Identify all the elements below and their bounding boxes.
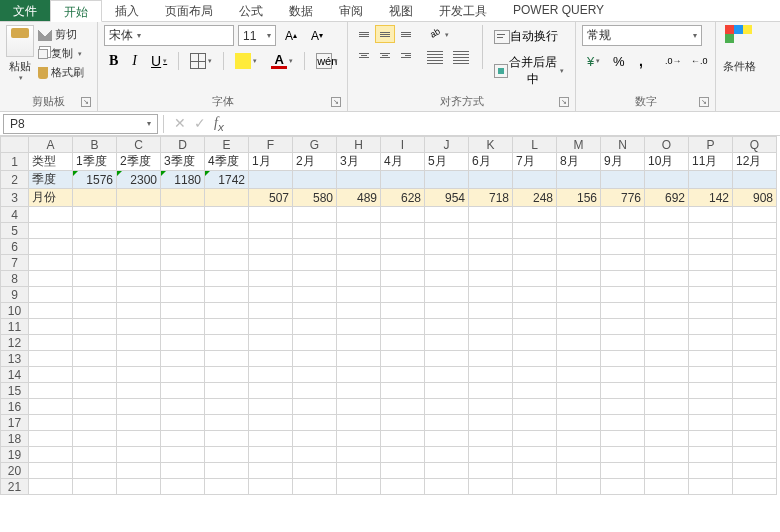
cell[interactable] (293, 239, 337, 255)
cell[interactable] (513, 399, 557, 415)
cell[interactable] (601, 319, 645, 335)
cell[interactable] (29, 223, 73, 239)
cell[interactable] (73, 415, 117, 431)
cell[interactable] (337, 287, 381, 303)
cell[interactable] (117, 447, 161, 463)
row-header[interactable]: 13 (1, 351, 29, 367)
cell[interactable] (601, 223, 645, 239)
cell[interactable] (73, 463, 117, 479)
cell[interactable] (205, 431, 249, 447)
cell[interactable] (733, 463, 777, 479)
row-header[interactable]: 16 (1, 399, 29, 415)
cell[interactable] (425, 319, 469, 335)
tab-formula[interactable]: 公式 (226, 0, 276, 21)
row-header[interactable]: 4 (1, 207, 29, 223)
cell[interactable] (601, 447, 645, 463)
cell[interactable] (161, 189, 205, 207)
cell[interactable] (73, 399, 117, 415)
cell[interactable] (469, 287, 513, 303)
cell[interactable] (425, 335, 469, 351)
cell[interactable] (29, 463, 73, 479)
align-middle-button[interactable] (375, 25, 395, 43)
cell[interactable]: 776 (601, 189, 645, 207)
cell[interactable] (293, 447, 337, 463)
cell[interactable]: 507 (249, 189, 293, 207)
cell[interactable] (293, 351, 337, 367)
cell[interactable] (205, 271, 249, 287)
cell[interactable] (689, 171, 733, 189)
column-header[interactable]: G (293, 137, 337, 153)
dialog-launcher-icon[interactable]: ↘ (81, 97, 91, 107)
cell[interactable] (381, 447, 425, 463)
cell[interactable] (117, 335, 161, 351)
cell[interactable] (425, 351, 469, 367)
cell[interactable] (601, 255, 645, 271)
cell[interactable] (117, 431, 161, 447)
cell[interactable] (205, 335, 249, 351)
cell[interactable] (249, 271, 293, 287)
cell[interactable] (425, 383, 469, 399)
cell[interactable] (557, 171, 601, 189)
cell[interactable] (645, 239, 689, 255)
cell[interactable] (381, 415, 425, 431)
cell[interactable] (733, 303, 777, 319)
cell[interactable] (293, 431, 337, 447)
cell[interactable] (29, 239, 73, 255)
cell[interactable] (293, 367, 337, 383)
column-header[interactable]: J (425, 137, 469, 153)
row-header[interactable]: 6 (1, 239, 29, 255)
enter-icon[interactable]: ✓ (194, 115, 206, 131)
cell[interactable] (645, 383, 689, 399)
cell[interactable] (601, 367, 645, 383)
cell[interactable] (249, 239, 293, 255)
cell[interactable] (469, 303, 513, 319)
row-header[interactable]: 21 (1, 479, 29, 495)
cell[interactable] (601, 335, 645, 351)
cell[interactable]: 2季度 (117, 153, 161, 171)
cell[interactable] (733, 447, 777, 463)
cell[interactable] (117, 207, 161, 223)
cell[interactable]: 1月 (249, 153, 293, 171)
column-header[interactable]: P (689, 137, 733, 153)
cell[interactable] (117, 463, 161, 479)
cell[interactable] (249, 223, 293, 239)
cell[interactable] (469, 335, 513, 351)
cell[interactable] (645, 271, 689, 287)
cell[interactable] (381, 255, 425, 271)
cell[interactable] (689, 463, 733, 479)
phonetic-button[interactable]: wén▾ (311, 50, 343, 72)
cell[interactable] (733, 319, 777, 335)
cell[interactable] (29, 271, 73, 287)
cell[interactable] (161, 463, 205, 479)
cell[interactable] (73, 335, 117, 351)
align-bottom-button[interactable] (396, 25, 416, 43)
cell[interactable] (73, 319, 117, 335)
cell[interactable] (469, 399, 513, 415)
cell[interactable] (161, 319, 205, 335)
cell[interactable] (293, 271, 337, 287)
cell[interactable] (557, 239, 601, 255)
cell[interactable] (689, 319, 733, 335)
cell[interactable] (689, 431, 733, 447)
cell[interactable] (381, 239, 425, 255)
row-header[interactable]: 20 (1, 463, 29, 479)
cell[interactable] (469, 239, 513, 255)
cell[interactable] (557, 287, 601, 303)
cell[interactable] (645, 335, 689, 351)
cell[interactable] (469, 223, 513, 239)
cell[interactable] (513, 271, 557, 287)
cell[interactable]: 580 (293, 189, 337, 207)
column-header[interactable]: A (29, 137, 73, 153)
column-header[interactable]: O (645, 137, 689, 153)
column-header[interactable]: I (381, 137, 425, 153)
cell[interactable] (117, 399, 161, 415)
cell[interactable] (117, 271, 161, 287)
cell[interactable] (425, 399, 469, 415)
column-header[interactable]: C (117, 137, 161, 153)
cell[interactable] (337, 399, 381, 415)
cell[interactable] (337, 479, 381, 495)
cell[interactable] (425, 271, 469, 287)
cell[interactable] (249, 351, 293, 367)
cell[interactable] (205, 463, 249, 479)
cell[interactable] (425, 303, 469, 319)
